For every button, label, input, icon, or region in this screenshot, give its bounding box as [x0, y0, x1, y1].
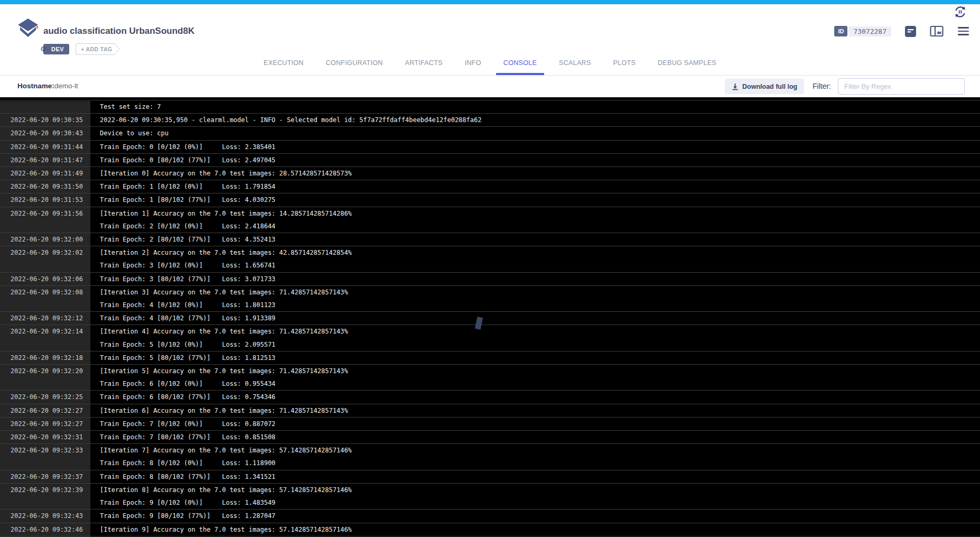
log-message: [Iteration 9] Accuracy on the 7.0 test i…: [90, 523, 352, 536]
hostname: Hostname:demo-lt: [17, 82, 78, 90]
filter-regex-input[interactable]: [838, 78, 965, 95]
log-timestamp: 2022-06-20 09:32:27: [0, 404, 90, 417]
header-actions: ID 73072287: [834, 23, 970, 39]
log-message: [Iteration 4] Accuracy on the 7.0 test i…: [90, 325, 348, 350]
log-timestamp: 2022-06-20 09:32:14: [0, 325, 90, 350]
log-entry: 2022-06-20 09:30:352022-06-20 09:30:35,9…: [0, 114, 980, 127]
menu-button[interactable]: [956, 24, 970, 39]
console-panel: Test set size: 72022-06-20 09:30:352022-…: [0, 97, 980, 537]
log-timestamp: 2022-06-20 09:32:00: [0, 233, 90, 246]
log-timestamp: 2022-06-20 09:32:18: [0, 351, 90, 364]
log-timestamp: 2022-06-20 09:32:37: [0, 470, 90, 483]
panel-chart-icon: [930, 25, 944, 37]
log-timestamp: 2022-06-20 09:32:39: [0, 484, 90, 509]
filter-label: Filter:: [813, 82, 831, 90]
status-color-bar: [0, 0, 980, 4]
log-timestamp: 2022-06-20 09:31:50: [0, 180, 90, 193]
console-log: Test set size: 72022-06-20 09:30:352022-…: [0, 97, 980, 536]
log-message: Train Epoch: 5 [80/102 (77%)] Loss: 1.81…: [90, 351, 275, 364]
notes-icon: [904, 25, 917, 38]
log-message: Train Epoch: 3 [80/102 (77%)] Loss: 3.07…: [90, 273, 275, 285]
log-entry: 2022-06-20 09:32:33[Iteration 7] Accurac…: [0, 444, 980, 470]
download-full-log-button[interactable]: Download full log: [725, 79, 804, 94]
hostname-value: demo-lt: [54, 82, 78, 90]
log-message: Device to use: cpu: [90, 127, 169, 140]
log-message: [Iteration 3] Accuracy on the 7.0 test i…: [90, 286, 348, 311]
log-message: Train Epoch: 1 [80/102 (77%)] Loss: 4.03…: [90, 193, 275, 206]
log-timestamp: 2022-06-20 09:31:56: [0, 207, 90, 233]
download-label: Download full log: [742, 83, 797, 90]
log-timestamp: 2022-06-20 09:31:53: [0, 193, 90, 206]
log-timestamp: 2022-06-20 09:32:33: [0, 444, 90, 469]
log-entry: 2022-06-20 09:31:56[Iteration 1] Accurac…: [0, 207, 980, 233]
tab-console[interactable]: CONSOLE: [492, 51, 548, 75]
log-entry: 2022-06-20 09:32:27Train Epoch: 7 [0/102…: [0, 418, 980, 431]
log-entry: 2022-06-20 09:31:50Train Epoch: 1 [0/102…: [0, 180, 980, 193]
log-timestamp: 2022-06-20 09:32:08: [0, 286, 90, 311]
log-message: Test set size: 7: [90, 100, 161, 113]
page-title: audio classification UrbanSound8K: [43, 26, 194, 36]
log-timestamp: 2022-06-20 09:31:47: [0, 154, 90, 166]
log-entry: 2022-06-20 09:32:31Train Epoch: 7 [80/10…: [0, 431, 980, 444]
log-entry: 2022-06-20 09:32:20[Iteration 5] Accurac…: [0, 365, 980, 391]
log-message: Train Epoch: 0 [80/102 (77%)] Loss: 2.49…: [90, 154, 275, 166]
log-message: Train Epoch: 6 [80/102 (77%)] Loss: 0.75…: [90, 391, 275, 403]
log-timestamp: 2022-06-20 09:30:35: [0, 114, 90, 126]
console-toolbar: Hostname:demo-lt Download full log Filte…: [0, 76, 980, 97]
tab-configuration[interactable]: CONFIGURATION: [315, 51, 394, 75]
log-timestamp: 2022-06-20 09:32:43: [0, 510, 90, 522]
log-timestamp: [0, 100, 90, 113]
id-value[interactable]: 73072287: [848, 26, 891, 36]
log-timestamp: 2022-06-20 09:32:02: [0, 246, 90, 272]
tab-execution[interactable]: EXECUTION: [253, 51, 315, 75]
log-entry: 2022-06-20 09:32:08[Iteration 3] Accurac…: [0, 286, 980, 312]
log-entry: 2022-06-20 09:32:43Train Epoch: 9 [80/10…: [0, 510, 980, 523]
description-button[interactable]: [903, 24, 918, 39]
tab-scalars[interactable]: SCALARS: [548, 51, 602, 75]
details-panel-button[interactable]: [929, 24, 944, 39]
experiment-id: ID 73072287: [834, 26, 891, 36]
tab-info[interactable]: INFO: [454, 51, 492, 75]
log-entry: 2022-06-20 09:31:49[Iteration 0] Accurac…: [0, 167, 980, 180]
log-message: Train Epoch: 1 [0/102 (0%)] Loss: 1.7918…: [90, 180, 275, 193]
log-entry: 2022-06-20 09:31:47Train Epoch: 0 [80/10…: [0, 154, 980, 167]
log-timestamp: 2022-06-20 09:32:27: [0, 418, 90, 430]
log-message: [Iteration 2] Accuracy on the 7.0 test i…: [90, 246, 352, 272]
tab-bar: EXECUTIONCONFIGURATIONARTIFACTSINFOCONSO…: [0, 51, 980, 76]
log-timestamp: 2022-06-20 09:32:12: [0, 312, 90, 325]
log-entry: 2022-06-20 09:32:00Train Epoch: 2 [80/10…: [0, 233, 980, 246]
log-entry: 2022-06-20 09:32:37Train Epoch: 8 [80/10…: [0, 470, 980, 484]
log-message: [Iteration 0] Accuracy on the 7.0 test i…: [90, 167, 352, 180]
download-icon: [732, 83, 739, 90]
tab-plots[interactable]: PLOTS: [602, 51, 647, 75]
hostname-label: Hostname:: [17, 82, 54, 90]
log-entry: 2022-06-20 09:31:44Train Epoch: 0 [0/102…: [0, 141, 980, 154]
log-entry: 2022-06-20 09:32:27[Iteration 6] Accurac…: [0, 404, 980, 418]
log-timestamp: 2022-06-20 09:31:49: [0, 167, 90, 180]
log-message: [Iteration 8] Accuracy on the 7.0 test i…: [90, 484, 352, 509]
log-timestamp: 2022-06-20 09:31:44: [0, 141, 90, 153]
hamburger-icon: [958, 27, 969, 29]
log-timestamp: 2022-06-20 09:32:31: [0, 431, 90, 443]
log-timestamp: 2022-06-20 09:32:20: [0, 365, 90, 390]
tab-artifacts[interactable]: ARTIFACTS: [394, 51, 454, 75]
log-entry: 2022-06-20 09:32:39[Iteration 8] Accurac…: [0, 484, 980, 510]
clearml-experiment-page: COMPLETED audio classification UrbanSoun…: [0, 0, 980, 537]
log-message: Train Epoch: 8 [80/102 (77%)] Loss: 1.34…: [90, 470, 275, 483]
log-entry: 2022-06-20 09:31:53Train Epoch: 1 [80/10…: [0, 193, 980, 207]
log-message: Train Epoch: 7 [80/102 (77%)] Loss: 0.85…: [90, 431, 275, 443]
log-message: [Iteration 6] Accuracy on the 7.0 test i…: [90, 404, 348, 417]
experiment-header: audio classification UrbanSound8K ⚙DEV +…: [0, 4, 980, 51]
log-timestamp: 2022-06-20 09:30:43: [0, 127, 90, 140]
log-timestamp: 2022-06-20 09:32:46: [0, 523, 90, 536]
log-entry: 2022-06-20 09:30:43Device to use: cpu: [0, 127, 980, 140]
id-badge: ID: [834, 26, 847, 36]
auto-refresh-button[interactable]: [953, 5, 967, 21]
log-message: Train Epoch: 2 [80/102 (77%)] Loss: 4.35…: [90, 233, 275, 246]
refresh-pause-icon: [953, 5, 967, 19]
log-message: [Iteration 5] Accuracy on the 7.0 test i…: [90, 365, 348, 390]
log-entry: Test set size: 7: [0, 100, 980, 114]
log-message: [Iteration 1] Accuracy on the 7.0 test i…: [90, 207, 352, 233]
log-timestamp: 2022-06-20 09:32:06: [0, 273, 90, 285]
tab-debug-samples[interactable]: DEBUG SAMPLES: [647, 51, 727, 75]
